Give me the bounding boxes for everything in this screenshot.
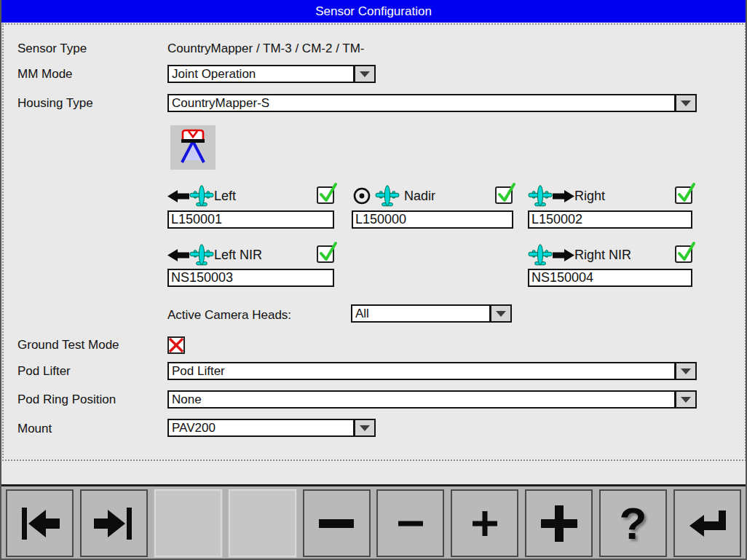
pod-ring-position-value[interactable]: None [167, 390, 676, 409]
chevron-down-icon [681, 100, 691, 106]
chevron-down-icon [681, 368, 691, 374]
housing-type-dropdown[interactable]: CountryMapper-S [167, 94, 697, 112]
green-check-icon [677, 183, 696, 205]
enter-return-icon [685, 502, 729, 545]
camera-head-right-header: Right [528, 184, 605, 208]
pod-lifter-value[interactable]: Pod Lifter [167, 362, 676, 380]
mm-mode-label: MM Mode [17, 67, 73, 82]
green-check-icon [497, 183, 516, 205]
camera-head-left-label: Left [214, 189, 236, 204]
mount-label: Mount [17, 422, 52, 436]
arrow-left-icon [167, 190, 189, 202]
aircraft-top-view-icon [189, 184, 214, 208]
pod-ring-position-label: Pod Ring Position [17, 393, 116, 407]
housing-type-label: Housing Type [17, 96, 93, 111]
ground-test-mode-checkbox[interactable] [167, 336, 185, 354]
green-check-icon [319, 242, 338, 264]
camera-head-nadir-label: Nadir [404, 189, 435, 204]
pod-ring-position-dropdown-button[interactable] [675, 390, 697, 409]
mm-mode-dropdown-button[interactable] [354, 65, 376, 83]
chevron-down-icon [360, 71, 370, 77]
active-camera-heads-value[interactable]: All [351, 304, 491, 323]
aircraft-top-view-icon [528, 242, 553, 267]
increase-large-button[interactable] [525, 489, 593, 557]
camera-head-right-checkbox[interactable] [675, 186, 692, 204]
plus-thick-icon [537, 502, 581, 545]
camera-head-right-label: Right [574, 189, 605, 204]
increase-small-button[interactable] [451, 489, 518, 557]
sensor-configuration-window: Sensor Configuration Sensor Type Country… [0, 0, 747, 560]
mount-dropdown-button[interactable] [354, 419, 376, 437]
housing-preview [170, 125, 216, 170]
camera-head-right-nir-checkbox[interactable] [675, 245, 692, 263]
active-camera-heads-dropdown[interactable]: All [351, 304, 512, 323]
pod-lifter-dropdown[interactable]: Pod Lifter [167, 362, 697, 380]
camera-head-right-nir-label: Right NIR [574, 248, 631, 263]
ground-test-mode-label: Ground Test Mode [17, 338, 119, 352]
camera-head-right-serial-input[interactable] [528, 210, 692, 229]
mm-mode-dropdown[interactable]: Joint Operation [167, 65, 376, 83]
toolbar: ? [1, 486, 746, 560]
arrow-right-bar-icon [92, 502, 135, 545]
chevron-down-icon [496, 311, 506, 317]
arrow-left-icon [167, 249, 189, 261]
minus-thick-icon [315, 502, 358, 545]
camera-head-left-nir-label: Left NIR [214, 248, 262, 263]
mount-dropdown[interactable]: PAV200 [167, 419, 376, 437]
pod-lifter-label: Pod Lifter [17, 364, 71, 379]
sensor-type-value: CountryMapper / TM-3 / CM-2 / TM- [167, 42, 364, 56]
camera-housing-icon [173, 128, 213, 167]
red-x-icon [168, 337, 184, 353]
aircraft-top-view-icon [375, 184, 400, 208]
step-first-button[interactable] [6, 489, 74, 557]
active-camera-heads-dropdown-button[interactable] [490, 304, 512, 323]
camera-head-left-nir-serial-input[interactable] [167, 269, 334, 287]
question-mark-icon: ? [620, 502, 647, 545]
camera-head-right-nir-header: Right NIR [528, 242, 631, 267]
blank-button-2 [229, 489, 296, 557]
mount-value[interactable]: PAV200 [167, 419, 355, 437]
camera-head-left-header: Left [167, 184, 236, 208]
aircraft-top-view-icon [528, 184, 553, 208]
camera-head-nadir-serial-input[interactable] [352, 210, 513, 229]
decrease-large-button[interactable] [303, 489, 371, 557]
active-camera-heads-label: Active Camera Heads: [167, 308, 291, 323]
mm-mode-value[interactable]: Joint Operation [167, 65, 355, 83]
aircraft-top-view-icon [189, 242, 214, 267]
camera-head-right-nir-serial-input[interactable] [528, 269, 692, 287]
camera-head-left-checkbox[interactable] [317, 186, 334, 204]
pod-ring-position-dropdown[interactable]: None [167, 390, 697, 409]
camera-head-left-nir-checkbox[interactable] [317, 245, 334, 263]
pod-lifter-dropdown-button[interactable] [675, 362, 697, 380]
decrease-small-button[interactable] [376, 489, 444, 557]
camera-head-left-nir-header: Left NIR [167, 242, 262, 267]
chevron-down-icon [681, 397, 691, 403]
arrow-left-bar-icon [18, 502, 62, 545]
help-button[interactable]: ? [599, 489, 667, 557]
chevron-down-icon [360, 425, 370, 431]
camera-head-nadir-header: Nadir [352, 184, 435, 208]
green-check-icon [319, 183, 338, 205]
window-title: Sensor Configuration [1, 0, 746, 23]
sensor-type-label: Sensor Type [17, 42, 87, 56]
blank-button-1 [154, 489, 222, 557]
arrow-right-icon [553, 190, 574, 202]
arrow-right-icon [553, 249, 574, 261]
step-last-button[interactable] [80, 489, 148, 557]
nadir-target-icon [352, 186, 372, 206]
camera-head-nadir-checkbox[interactable] [495, 186, 513, 204]
minus-thin-icon [389, 502, 432, 545]
housing-type-dropdown-button[interactable] [675, 94, 697, 112]
green-check-icon [677, 242, 696, 264]
plus-thin-icon [463, 502, 507, 545]
enter-button[interactable] [673, 489, 741, 557]
housing-type-value[interactable]: CountryMapper-S [167, 94, 676, 112]
camera-head-left-serial-input[interactable] [167, 210, 334, 229]
